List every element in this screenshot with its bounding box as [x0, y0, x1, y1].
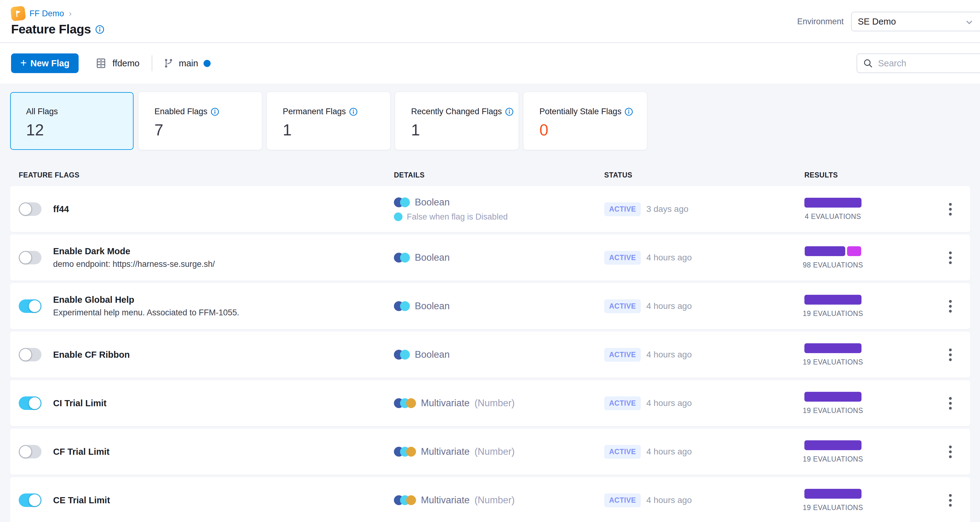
evaluations-bar	[804, 295, 861, 305]
toggle-knob-icon	[19, 251, 32, 264]
toggle-knob-icon	[28, 300, 41, 313]
feature-flags-logo-icon	[10, 6, 26, 21]
column-header-feature-flags: FEATURE FLAGS	[19, 171, 394, 179]
stat-card-value: 1	[283, 121, 390, 139]
status-badge: ACTIVE	[604, 445, 641, 459]
last-updated: 4 hours ago	[646, 350, 692, 360]
title-info-icon[interactable]	[95, 25, 104, 34]
info-icon[interactable]	[211, 107, 219, 116]
breadcrumb-chevron-icon: ›	[69, 9, 72, 18]
flag-toggle[interactable]	[19, 445, 41, 458]
evaluations-count: 19 EVALUATIONS	[803, 310, 863, 318]
row-menu-button[interactable]	[946, 394, 955, 413]
stat-card[interactable]: Permanent Flags 1	[267, 92, 390, 150]
evaluations-bar	[804, 489, 861, 499]
flag-name[interactable]: CE Trial Limit	[53, 495, 110, 505]
breadcrumb-project-link[interactable]: FF Demo	[29, 9, 64, 18]
branch-status-dot-icon	[204, 60, 211, 67]
evaluations-count: 19 EVALUATIONS	[803, 407, 863, 415]
environment-label: Environment	[797, 17, 844, 26]
flag-type-detail: (Number)	[475, 446, 515, 457]
stat-card-value: 12	[26, 121, 133, 139]
last-updated: 4 hours ago	[646, 447, 692, 457]
flag-toggle[interactable]	[19, 299, 41, 313]
branch-name: main	[179, 58, 198, 68]
row-menu-button[interactable]	[946, 345, 955, 364]
flag-description: demo endpoint: https://harness-se.surge.…	[53, 259, 215, 269]
flag-type-icon	[394, 447, 416, 457]
flag-type-label: Multivariate	[421, 495, 470, 506]
stat-card[interactable]: Potentially Stale Flags 0	[523, 92, 647, 150]
last-updated: 4 hours ago	[646, 495, 692, 505]
info-icon[interactable]	[624, 107, 633, 116]
stat-card-value: 0	[539, 121, 646, 139]
flag-type-label: Multivariate	[421, 446, 470, 457]
flag-name[interactable]: Enable CF Ribbon	[53, 350, 130, 360]
flag-default-note: False when flag is Disabled	[407, 212, 508, 222]
stat-card-label: Enabled Flags	[154, 107, 208, 116]
status-badge: ACTIVE	[604, 396, 641, 410]
evaluations-bar	[804, 343, 861, 353]
flag-type-icon	[394, 495, 416, 505]
toggle-knob-icon	[19, 348, 32, 361]
last-updated: 4 hours ago	[646, 253, 692, 263]
stat-card-value: 7	[154, 121, 261, 139]
flag-name[interactable]: CI Trial Limit	[53, 398, 107, 408]
page-header: FF Demo › Feature Flags Environment SE D…	[0, 0, 980, 43]
stat-card[interactable]: Enabled Flags 7	[138, 92, 262, 150]
flag-type-icon	[394, 398, 416, 408]
evaluations-count: 19 EVALUATIONS	[803, 504, 863, 512]
flag-toggle[interactable]	[19, 348, 41, 361]
flag-name[interactable]: CF Trial Limit	[53, 447, 110, 457]
flag-name[interactable]: Enable Global Help	[53, 295, 239, 305]
flag-name[interactable]: ff44	[53, 204, 69, 214]
flag-toggle[interactable]	[19, 251, 41, 264]
repository-icon	[95, 57, 107, 70]
info-icon[interactable]	[349, 107, 358, 116]
row-menu-button[interactable]	[946, 442, 955, 461]
status-badge: ACTIVE	[604, 202, 641, 216]
evaluations-bar	[804, 392, 861, 402]
new-flag-button[interactable]: + New Flag	[11, 53, 79, 73]
environment-select[interactable]: SE Demo	[851, 12, 980, 31]
flag-toggle[interactable]	[19, 396, 41, 410]
flag-row: Enable Global Help Experimental help men…	[10, 283, 970, 329]
flag-name[interactable]: Enable Dark Mode	[53, 246, 215, 256]
evaluations-bar	[804, 198, 861, 208]
stat-card[interactable]: All Flags 12	[10, 92, 134, 150]
column-header-details: DETAILS	[394, 171, 604, 179]
flag-description: Experimental help menu. Associated to FF…	[53, 308, 239, 317]
flag-row: CE Trial Limit Multivariate (Number) ACT…	[10, 477, 970, 522]
table-header-row: FEATURE FLAGS DETAILS STATUS RESULTS	[10, 166, 970, 184]
flag-row: Enable Dark Mode demo endpoint: https://…	[10, 235, 970, 281]
row-menu-button[interactable]	[946, 297, 955, 316]
last-updated: 4 hours ago	[646, 398, 692, 408]
stat-card-value: 1	[411, 121, 518, 139]
flag-type-label: Multivariate	[421, 398, 470, 409]
status-badge: ACTIVE	[604, 348, 641, 362]
stat-card-label: Recently Changed Flags	[411, 107, 502, 116]
status-badge: ACTIVE	[604, 493, 641, 507]
variation-dot-icon	[394, 212, 402, 221]
git-branch-icon	[163, 57, 174, 69]
divider	[152, 55, 152, 71]
flag-type-icon	[394, 197, 410, 207]
search-box[interactable]	[857, 53, 980, 73]
row-menu-button[interactable]	[946, 248, 955, 267]
evaluations-bar	[804, 440, 861, 450]
branch-selector[interactable]: main	[163, 57, 198, 69]
info-icon[interactable]	[505, 107, 514, 116]
flag-type-icon	[394, 350, 410, 360]
flag-row: ff44 Boolean False when flag is Disabled…	[10, 186, 970, 232]
status-badge: ACTIVE	[604, 299, 641, 313]
search-input[interactable]	[878, 58, 970, 68]
row-menu-button[interactable]	[946, 491, 955, 510]
flag-toggle[interactable]	[19, 202, 41, 216]
row-menu-button[interactable]	[946, 200, 955, 219]
evaluations-count: 4 EVALUATIONS	[805, 212, 861, 221]
flag-toggle[interactable]	[19, 493, 41, 507]
toolbar: + New Flag ffdemo main	[0, 43, 980, 84]
repository-selector[interactable]: ffdemo	[95, 57, 139, 70]
flag-row: Enable CF Ribbon Boolean ACTIVE 4 hours …	[10, 332, 970, 378]
stat-card[interactable]: Recently Changed Flags 1	[395, 92, 519, 150]
